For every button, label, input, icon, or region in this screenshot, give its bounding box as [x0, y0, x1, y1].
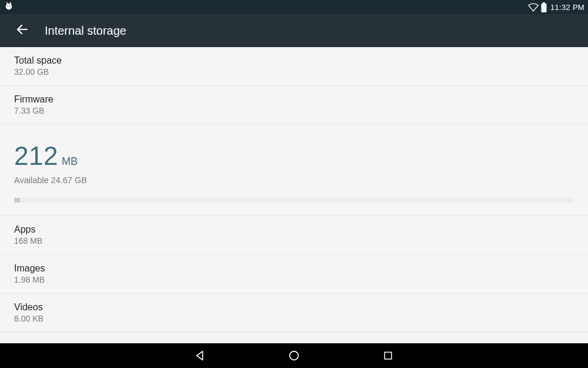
category-images[interactable]: Images 1.98 MB [0, 255, 588, 294]
total-space-value: 32.00 GB [14, 67, 574, 77]
used-value: 212 [14, 141, 58, 171]
app-bar: Internal storage [0, 14, 588, 47]
status-time: 11:32 PM [550, 3, 584, 12]
category-value: 168 MB [14, 236, 574, 246]
storage-summary: 212 MB Available 24.67 GB [0, 125, 588, 216]
svg-rect-9 [385, 352, 392, 359]
category-value: 8.00 KB [14, 314, 574, 323]
category-label: Images [14, 263, 574, 274]
wifi-icon [528, 2, 539, 12]
nav-recents-button[interactable] [376, 344, 400, 367]
circle-home-icon [288, 349, 300, 362]
page-title: Internal storage [45, 24, 126, 38]
used-unit: MB [62, 155, 78, 168]
firmware-value: 7.33 GB [14, 106, 574, 115]
svg-rect-5 [543, 2, 545, 4]
svg-point-0 [6, 3, 12, 9]
usage-bar-fill [14, 198, 20, 203]
total-space-label: Total space [14, 55, 574, 66]
firmware-label: Firmware [14, 94, 574, 105]
total-space-item: Total space 32.00 GB [0, 47, 588, 86]
usage-bar [14, 198, 574, 203]
arrow-back-icon [15, 22, 29, 39]
category-label: Apps [14, 224, 574, 235]
svg-point-3 [7, 5, 8, 6]
category-label: Videos [14, 302, 574, 313]
category-value: 1.98 MB [14, 275, 574, 284]
navigation-bar [0, 343, 588, 368]
svg-rect-1 [6, 2, 8, 4]
svg-rect-2 [10, 2, 11, 4]
back-button[interactable] [11, 19, 34, 42]
category-apps[interactable]: Apps 168 MB [0, 216, 588, 255]
status-bar: 11:32 PM [0, 0, 588, 14]
svg-point-4 [9, 5, 11, 6]
available-label: Available 24.67 GB [14, 175, 574, 185]
nav-back-button[interactable] [188, 344, 212, 367]
category-videos[interactable]: Videos 8.00 KB [0, 294, 588, 333]
content: Total space 32.00 GB Firmware 7.33 GB 21… [0, 47, 588, 343]
square-recents-icon [382, 350, 394, 362]
svg-rect-6 [541, 4, 546, 12]
nav-home-button[interactable] [282, 344, 306, 367]
triangle-back-icon [193, 349, 206, 362]
battery-icon [541, 2, 547, 12]
svg-point-8 [290, 352, 299, 360]
android-logo-icon [4, 1, 14, 14]
firmware-item: Firmware 7.33 GB [0, 86, 588, 125]
